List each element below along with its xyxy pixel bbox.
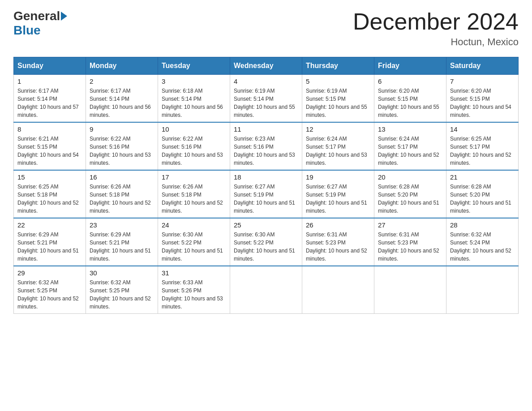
calendar-day-cell: 25 Sunrise: 6:30 AM Sunset: 5:22 PM Dayl… [230, 218, 302, 266]
day-number: 5 [306, 77, 370, 85]
calendar-week-row: 22 Sunrise: 6:29 AM Sunset: 5:21 PM Dayl… [14, 218, 519, 266]
day-number: 23 [90, 221, 154, 229]
calendar-day-cell: 10 Sunrise: 6:22 AM Sunset: 5:16 PM Dayl… [158, 122, 230, 170]
calendar-day-cell: 5 Sunrise: 6:19 AM Sunset: 5:15 PM Dayli… [302, 75, 374, 123]
calendar-day-cell: 6 Sunrise: 6:20 AM Sunset: 5:15 PM Dayli… [374, 75, 446, 123]
calendar-day-cell: 26 Sunrise: 6:31 AM Sunset: 5:23 PM Dayl… [302, 218, 374, 266]
day-info: Sunrise: 6:21 AM Sunset: 5:15 PM Dayligh… [17, 135, 82, 167]
day-number: 10 [162, 125, 226, 133]
calendar-day-cell: 7 Sunrise: 6:20 AM Sunset: 5:15 PM Dayli… [446, 75, 519, 123]
calendar-day-cell: 14 Sunrise: 6:25 AM Sunset: 5:17 PM Dayl… [446, 122, 519, 170]
calendar-week-row: 1 Sunrise: 6:17 AM Sunset: 5:14 PM Dayli… [14, 75, 519, 123]
day-info: Sunrise: 6:26 AM Sunset: 5:18 PM Dayligh… [162, 183, 226, 215]
day-number: 2 [90, 77, 154, 85]
calendar-week-row: 8 Sunrise: 6:21 AM Sunset: 5:15 PM Dayli… [14, 122, 519, 170]
day-info: Sunrise: 6:33 AM Sunset: 5:26 PM Dayligh… [162, 278, 226, 311]
day-number: 7 [450, 77, 515, 85]
day-info: Sunrise: 6:19 AM Sunset: 5:14 PM Dayligh… [234, 87, 298, 119]
day-info: Sunrise: 6:32 AM Sunset: 5:24 PM Dayligh… [450, 231, 515, 263]
day-number: 25 [234, 221, 298, 229]
day-info: Sunrise: 6:20 AM Sunset: 5:15 PM Dayligh… [450, 87, 515, 119]
day-info: Sunrise: 6:27 AM Sunset: 5:19 PM Dayligh… [234, 183, 298, 215]
location: Hoctun, Mexico [353, 36, 519, 48]
calendar-day-cell [302, 266, 374, 314]
day-number: 22 [17, 221, 82, 229]
day-info: Sunrise: 6:29 AM Sunset: 5:21 PM Dayligh… [90, 231, 154, 263]
day-info: Sunrise: 6:22 AM Sunset: 5:16 PM Dayligh… [90, 135, 154, 167]
logo-general-text: General [13, 9, 60, 23]
day-number: 16 [90, 173, 154, 181]
day-number: 6 [378, 77, 442, 85]
day-info: Sunrise: 6:28 AM Sunset: 5:20 PM Dayligh… [378, 183, 442, 215]
calendar-day-cell: 22 Sunrise: 6:29 AM Sunset: 5:21 PM Dayl… [14, 218, 86, 266]
day-number: 28 [450, 221, 515, 229]
weekday-header-wednesday: Wednesday [230, 57, 302, 75]
day-info: Sunrise: 6:31 AM Sunset: 5:23 PM Dayligh… [378, 231, 442, 263]
calendar-day-cell [374, 266, 446, 314]
calendar-day-cell: 30 Sunrise: 6:32 AM Sunset: 5:25 PM Dayl… [86, 266, 158, 314]
weekday-header-row: SundayMondayTuesdayWednesdayThursdayFrid… [14, 57, 519, 75]
day-info: Sunrise: 6:30 AM Sunset: 5:22 PM Dayligh… [162, 231, 226, 263]
calendar-table: SundayMondayTuesdayWednesdayThursdayFrid… [13, 57, 519, 314]
calendar-day-cell: 8 Sunrise: 6:21 AM Sunset: 5:15 PM Dayli… [14, 122, 86, 170]
calendar-week-row: 15 Sunrise: 6:25 AM Sunset: 5:18 PM Dayl… [14, 170, 519, 218]
day-info: Sunrise: 6:20 AM Sunset: 5:15 PM Dayligh… [378, 87, 442, 119]
weekday-header-monday: Monday [86, 57, 158, 75]
calendar-day-cell [446, 266, 519, 314]
day-info: Sunrise: 6:23 AM Sunset: 5:16 PM Dayligh… [234, 135, 298, 167]
day-number: 29 [17, 269, 82, 277]
day-info: Sunrise: 6:27 AM Sunset: 5:19 PM Dayligh… [306, 183, 370, 215]
calendar-day-cell: 24 Sunrise: 6:30 AM Sunset: 5:22 PM Dayl… [158, 218, 230, 266]
weekday-header-sunday: Sunday [14, 57, 86, 75]
day-info: Sunrise: 6:32 AM Sunset: 5:25 PM Dayligh… [17, 278, 82, 311]
calendar-week-row: 29 Sunrise: 6:32 AM Sunset: 5:25 PM Dayl… [14, 266, 519, 314]
calendar-day-cell: 23 Sunrise: 6:29 AM Sunset: 5:21 PM Dayl… [86, 218, 158, 266]
day-number: 20 [378, 173, 442, 181]
calendar-day-cell: 17 Sunrise: 6:26 AM Sunset: 5:18 PM Dayl… [158, 170, 230, 218]
day-info: Sunrise: 6:17 AM Sunset: 5:14 PM Dayligh… [90, 87, 154, 119]
weekday-header-thursday: Thursday [302, 57, 374, 75]
calendar-day-cell: 1 Sunrise: 6:17 AM Sunset: 5:14 PM Dayli… [14, 75, 86, 123]
day-info: Sunrise: 6:26 AM Sunset: 5:18 PM Dayligh… [90, 183, 154, 215]
day-info: Sunrise: 6:25 AM Sunset: 5:18 PM Dayligh… [17, 183, 82, 215]
title-block: December 2024 Hoctun, Mexico [353, 9, 519, 48]
day-info: Sunrise: 6:22 AM Sunset: 5:16 PM Dayligh… [162, 135, 226, 167]
day-number: 27 [378, 221, 442, 229]
day-number: 8 [17, 125, 82, 133]
calendar-day-cell: 29 Sunrise: 6:32 AM Sunset: 5:25 PM Dayl… [14, 266, 86, 314]
calendar-day-cell: 4 Sunrise: 6:19 AM Sunset: 5:14 PM Dayli… [230, 75, 302, 123]
calendar-day-cell: 21 Sunrise: 6:28 AM Sunset: 5:20 PM Dayl… [446, 170, 519, 218]
day-number: 21 [450, 173, 515, 181]
day-number: 31 [162, 269, 226, 277]
calendar-day-cell: 11 Sunrise: 6:23 AM Sunset: 5:16 PM Dayl… [230, 122, 302, 170]
day-number: 30 [90, 269, 154, 277]
calendar-day-cell: 15 Sunrise: 6:25 AM Sunset: 5:18 PM Dayl… [14, 170, 86, 218]
weekday-header-tuesday: Tuesday [158, 57, 230, 75]
calendar-day-cell: 19 Sunrise: 6:27 AM Sunset: 5:19 PM Dayl… [302, 170, 374, 218]
day-number: 11 [234, 125, 298, 133]
day-number: 17 [162, 173, 226, 181]
logo-arrow-icon [61, 12, 67, 21]
day-number: 19 [306, 173, 370, 181]
calendar-day-cell: 16 Sunrise: 6:26 AM Sunset: 5:18 PM Dayl… [86, 170, 158, 218]
calendar-day-cell: 9 Sunrise: 6:22 AM Sunset: 5:16 PM Dayli… [86, 122, 158, 170]
calendar-day-cell: 27 Sunrise: 6:31 AM Sunset: 5:23 PM Dayl… [374, 218, 446, 266]
day-number: 13 [378, 125, 442, 133]
logo: General Blue [13, 9, 68, 38]
day-info: Sunrise: 6:24 AM Sunset: 5:17 PM Dayligh… [378, 135, 442, 167]
month-title: December 2024 [353, 9, 519, 34]
day-info: Sunrise: 6:32 AM Sunset: 5:25 PM Dayligh… [90, 278, 154, 311]
day-number: 24 [162, 221, 226, 229]
weekday-header-friday: Friday [374, 57, 446, 75]
calendar-day-cell: 2 Sunrise: 6:17 AM Sunset: 5:14 PM Dayli… [86, 75, 158, 123]
day-number: 3 [162, 77, 226, 85]
day-info: Sunrise: 6:24 AM Sunset: 5:17 PM Dayligh… [306, 135, 370, 167]
calendar-day-cell: 18 Sunrise: 6:27 AM Sunset: 5:19 PM Dayl… [230, 170, 302, 218]
logo-blue-text: Blue [13, 23, 41, 38]
calendar-day-cell: 31 Sunrise: 6:33 AM Sunset: 5:26 PM Dayl… [158, 266, 230, 314]
day-number: 9 [90, 125, 154, 133]
calendar-day-cell: 12 Sunrise: 6:24 AM Sunset: 5:17 PM Dayl… [302, 122, 374, 170]
day-number: 12 [306, 125, 370, 133]
day-number: 1 [17, 77, 82, 85]
day-info: Sunrise: 6:18 AM Sunset: 5:14 PM Dayligh… [162, 87, 226, 119]
